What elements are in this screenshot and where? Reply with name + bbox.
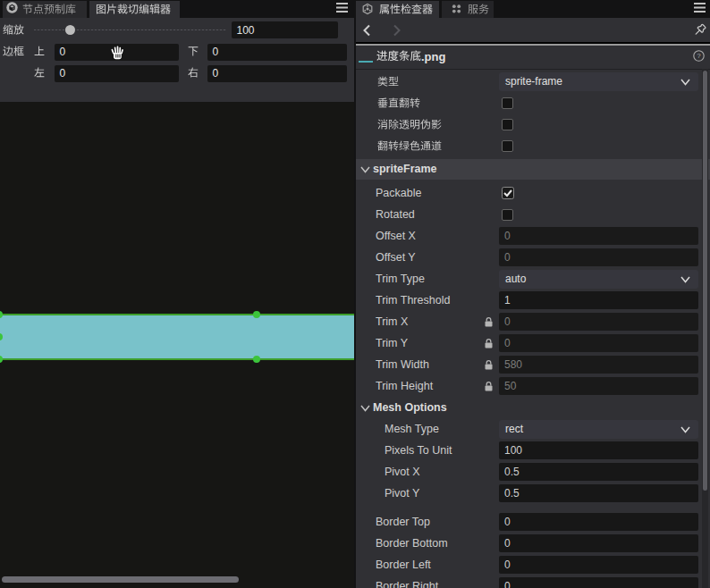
svg-text:?: ? (697, 52, 701, 60)
